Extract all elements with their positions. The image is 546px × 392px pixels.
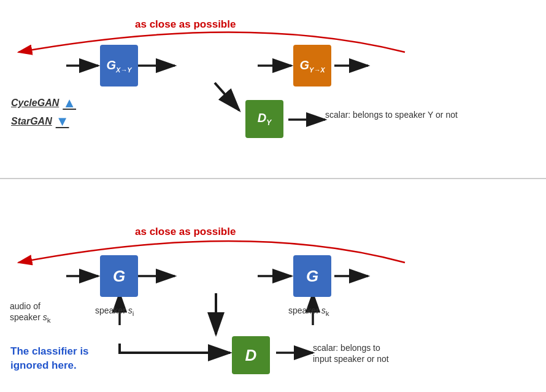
- speaker-si-label: speaker si: [95, 306, 134, 317]
- speaker-sk2-label: speaker sk: [288, 306, 329, 317]
- feature-map-1: [11, 48, 20, 83]
- feature-map-6: [370, 258, 377, 293]
- g2-box: G: [293, 255, 331, 297]
- gxy-box: GX→Y: [100, 45, 138, 86]
- stargan-label: StarGAN ▼: [11, 113, 69, 129]
- speaker-sk-label: audio ofspeaker sk: [10, 301, 51, 325]
- feature-map-3: [370, 48, 377, 83]
- bottom-label: as close as possible: [135, 226, 236, 238]
- feature-map-4: [11, 258, 20, 293]
- g1-box: G: [100, 255, 138, 297]
- classifier-label: The classifier isignored here.: [10, 345, 89, 373]
- diagram: GX→Y GY→X DY scalar: belongs to: [0, 0, 546, 392]
- divider: [0, 178, 546, 179]
- scalar-d-label: scalar: belongs toinput speaker or not: [313, 342, 389, 364]
- feature-map-2: [177, 48, 189, 83]
- dy-box: DY: [245, 100, 283, 138]
- gyx-box: GY→X: [293, 45, 331, 86]
- cyclegan-label: CycleGAN ▲: [11, 95, 76, 111]
- top-label: as close as possible: [135, 18, 236, 31]
- d-box: D: [232, 336, 270, 374]
- feature-map-5: [177, 258, 189, 293]
- scalar-dy-label: scalar: belongs to speaker Y or not: [325, 109, 458, 120]
- svg-line-7: [215, 83, 239, 110]
